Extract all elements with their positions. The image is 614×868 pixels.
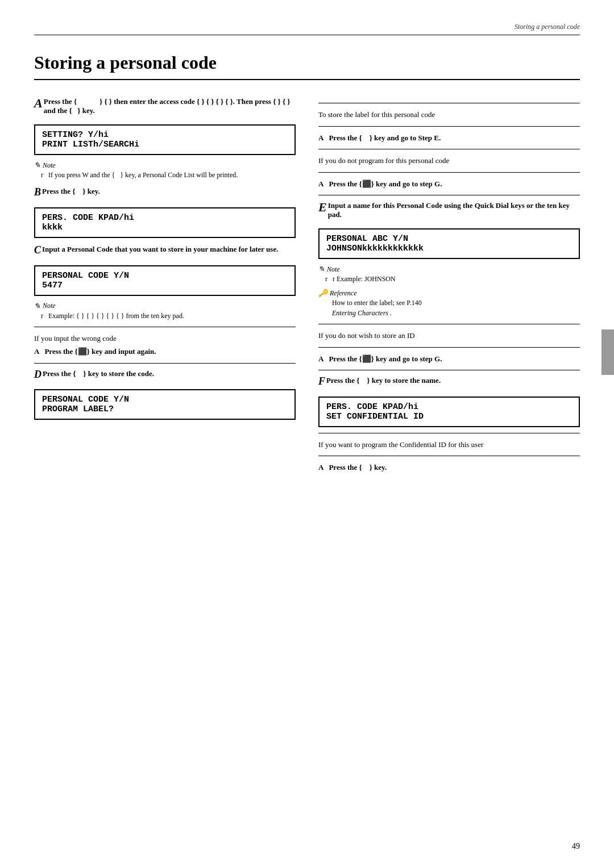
divider-2 [34, 363, 296, 364]
step-a-block: A Press the {} { } then enter the access… [34, 97, 296, 115]
lcd1-line1: SETTING? Y/hi [42, 130, 109, 140]
step-e-text: Input a name for this Personal Code usin… [328, 201, 570, 219]
step-a-text: Press the {} { } then enter the access c… [44, 97, 291, 115]
condition-no-store-id: If you do not wish to store an ID [318, 330, 580, 341]
lcd5-line2: JOHNSONkkkkkkkkkkkk [326, 244, 424, 253]
lcd2-line2: kkkk [42, 223, 63, 232]
page-number: 49 [572, 842, 580, 851]
step-c-block: C Input a Personal Code that you want to… [34, 245, 296, 256]
note-3-text: r r Example: JOHNSON [325, 274, 580, 284]
ref-1-text: How to enter the label; see P.140 Enteri… [325, 298, 580, 318]
step-e-block: E Input a name for this Personal Code us… [318, 201, 580, 219]
lcd1-line2: PRINT LISTh/SEARCHi [42, 140, 139, 149]
lcd6-line1: PERS. CODE KPAD/hi [326, 402, 418, 412]
divider-r-9 [318, 433, 580, 433]
note-3-label: Note [327, 265, 340, 274]
ref-1: 🔑 Reference How to enter the label; see … [318, 289, 580, 318]
lcd6-line2: SET CONFIDENTIAL ID [326, 412, 424, 422]
step-d-text: Press the { } key to store the code. [43, 369, 154, 378]
step-b-text: Press the { } key. [42, 187, 100, 195]
sub-a-no-program: A Press the {⬛} key and go to step G. [318, 178, 580, 190]
header-title: Storing a personal code [515, 23, 580, 31]
note-3: ✎ Note r r Example: JOHNSON [318, 265, 580, 284]
condition-wrong-code: If you input the wrong code [34, 333, 296, 344]
divider-r-5 [318, 195, 580, 195]
step-f-letter: F [318, 376, 325, 387]
sub-a-no-store: A Press the {⬛} key and go to step G. [318, 353, 580, 365]
note-icon-2: ✎ [34, 302, 40, 311]
ref-1-header: 🔑 Reference [318, 289, 580, 298]
step-d-block: D Press the { } key to store the code. [34, 369, 296, 381]
lcd3-line2: 5477 [42, 281, 63, 290]
note-2-label: Note [43, 302, 56, 310]
sub-a-wrong: A Press the {⬛} key and input again. [34, 346, 296, 357]
note-2: ✎ Note r Example: { } { } { } { } { } fr… [34, 302, 296, 321]
step-a-letter: A [34, 97, 43, 110]
lcd-display-6: PERS. CODE KPAD/hi SET CONFIDENTIAL ID [318, 397, 580, 427]
lcd4-line1: PERSONAL CODE Y/N [42, 395, 129, 404]
note-icon-1: ✎ [34, 161, 40, 170]
note-icon-3: ✎ [318, 265, 325, 274]
divider-r-3 [318, 149, 580, 149]
step-f-block: F Press the { } key to store the name. [318, 376, 580, 387]
note-1-header: ✎ Note [34, 161, 296, 170]
condition-conf-id: If you want to program the Confidential … [318, 439, 580, 450]
gray-tab [601, 329, 614, 375]
condition-no-program: If you do not program for this personal … [318, 155, 580, 166]
ref-1-italic: Entering Characters [332, 309, 388, 317]
divider-r-2 [318, 126, 580, 127]
sub-a-conf: A Press the { } key. [318, 462, 580, 473]
ref-icon-1: 🔑 [318, 289, 327, 298]
left-column: A Press the {} { } then enter the access… [34, 97, 296, 475]
note-2-text: r Example: { } { } { } { } { } from the … [41, 311, 296, 321]
page-title: Storing a personal code [34, 52, 580, 80]
page-container: Storing a personal code Storing a person… [0, 0, 614, 868]
step-e-letter: E [318, 201, 327, 214]
step-f-text: Press the { } key to store the name. [326, 376, 441, 385]
header-bar: Storing a personal code [34, 23, 580, 35]
note-2-header: ✎ Note [34, 302, 296, 311]
step-b-letter: B [34, 187, 41, 198]
lcd2-line1: PERS. CODE KPAD/hi [42, 213, 134, 223]
ref-1-label: Reference [330, 289, 357, 298]
lcd4-line2: PROGRAM LABEL? [42, 404, 114, 414]
lcd5-line1: PERSONAL ABC Y/N [326, 234, 408, 244]
step-d-letter: D [34, 369, 42, 381]
lcd3-line1: PERSONAL CODE Y/N [42, 271, 129, 281]
divider-r-10 [318, 456, 580, 456]
note-1: ✎ Note r If you press W and the { } key,… [34, 161, 296, 180]
sub-a-store: A Press the { } key and go to Step E. [318, 132, 580, 144]
divider-r-7 [318, 347, 580, 348]
divider-r-8 [318, 370, 580, 370]
note-1-text: r If you press W and the { } key, a Pers… [41, 170, 296, 180]
divider-r-6 [318, 324, 580, 324]
note-1-label: Note [43, 161, 56, 170]
content-area: A Press the {} { } then enter the access… [34, 97, 580, 475]
note-3-text-content: r Example: JOHNSON [333, 275, 396, 283]
lcd-display-1: SETTING? Y/hi PRINT LISTh/SEARCHi [34, 124, 296, 155]
divider-r-1 [318, 103, 580, 103]
step-b-block: B Press the { } key. [34, 187, 296, 198]
right-column: To store the label for this personal cod… [318, 97, 580, 475]
condition-store-label: To store the label for this personal cod… [318, 109, 580, 120]
divider-r-4 [318, 172, 580, 173]
lcd-display-3: PERSONAL CODE Y/N 5477 [34, 265, 296, 296]
lcd-display-2: PERS. CODE KPAD/hi kkkk [34, 207, 296, 238]
divider-1 [34, 327, 296, 327]
step-c-letter: C [34, 245, 41, 256]
lcd-display-4: PERSONAL CODE Y/N PROGRAM LABEL? [34, 389, 296, 420]
lcd-display-5: PERSONAL ABC Y/N JOHNSONkkkkkkkkkkkk [318, 228, 580, 259]
step-c-text: Input a Personal Code that you want to s… [42, 245, 278, 253]
note-3-header: ✎ Note [318, 265, 580, 274]
